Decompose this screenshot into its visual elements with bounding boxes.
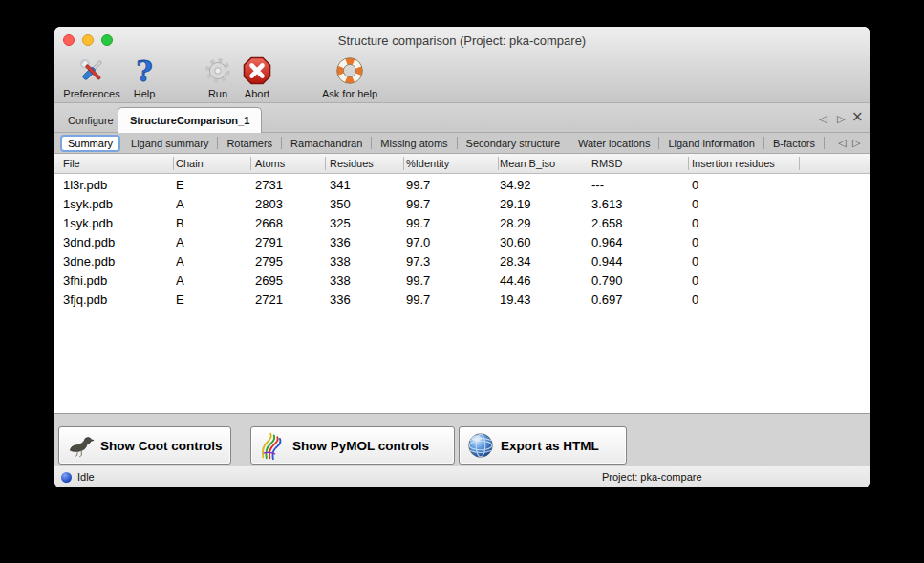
table-cell: 2731 — [255, 176, 283, 195]
table-cell: 44.46 — [500, 271, 531, 291]
table-cell: 1syk.pdb — [63, 214, 113, 233]
section-tab-scroll-left-icon[interactable]: ◁ — [838, 137, 846, 150]
table-cell: 0.944 — [591, 252, 623, 271]
table-cell: 28.34 — [500, 252, 531, 271]
tab-ligand-information[interactable]: Ligand information — [659, 136, 763, 151]
preferences-tools-icon — [62, 55, 121, 88]
table-cell: 1syk.pdb — [63, 195, 113, 214]
tab-secondary-structure[interactable]: Secondary structure — [458, 136, 569, 151]
toolbar-label: Help — [127, 88, 161, 99]
table-cell: 325 — [330, 214, 351, 233]
table-cell: 34.92 — [500, 176, 531, 195]
table-row[interactable]: 3dne.pdbA279533897.328.340.9440 — [54, 252, 870, 271]
tab-scroll-left-icon[interactable]: ◁ — [819, 113, 827, 126]
table-cell: 0.790 — [591, 271, 623, 291]
toolbar-run-button[interactable]: Run — [200, 55, 236, 99]
column-header-chain[interactable]: Chain — [176, 158, 204, 169]
pymol-ribbons-icon — [258, 431, 287, 460]
coot-bird-icon — [66, 431, 95, 460]
toolbar-preferences-button[interactable]: Preferences — [62, 55, 121, 99]
column-separator[interactable] — [403, 157, 404, 170]
section-tab-list: SummaryLigand summaryRotamersRamachandra… — [58, 133, 825, 153]
toolbar-abort-button[interactable]: Abort — [236, 55, 278, 99]
run-gear-icon — [200, 55, 236, 88]
table-cell: 0 — [692, 195, 698, 214]
table-cell: A — [176, 195, 184, 214]
table-cell: --- — [591, 176, 604, 195]
column-separator[interactable] — [250, 157, 251, 170]
tab-ligand-summary[interactable]: Ligand summary — [122, 136, 217, 151]
page-tab-bar: Configure StructureComparison_1 ◁ ▷ × — [54, 103, 870, 133]
toolbar-label: Preferences — [62, 88, 121, 99]
show-pymol-controls-button[interactable]: Show PyMOL controls — [250, 426, 455, 465]
tab-b-factors[interactable]: B-factors — [764, 136, 824, 151]
table-cell: 30.60 — [500, 233, 531, 252]
tab-separator — [824, 137, 825, 149]
table-body: 1l3r.pdbE273134199.734.92---01syk.pdbA28… — [54, 174, 870, 413]
table-cell: 0 — [692, 252, 698, 271]
table-cell: 99.7 — [406, 195, 430, 214]
table-cell: 3dnd.pdb — [63, 233, 115, 252]
tab-missing-atoms[interactable]: Missing atoms — [372, 136, 456, 151]
column-header-mean-b-iso[interactable]: Mean B_iso — [500, 158, 555, 169]
button-label: Show PyMOL controls — [292, 439, 429, 453]
table-row[interactable]: 1syk.pdbB266832599.728.292.6580 — [54, 214, 870, 233]
column-header-insertion-residues[interactable]: Insertion residues — [692, 158, 775, 169]
section-tab-bar: SummaryLigand summaryRotamersRamachandra… — [54, 133, 870, 154]
table-cell: 2.658 — [591, 214, 623, 233]
tab-scroll-right-icon[interactable]: ▷ — [837, 113, 845, 126]
table-header: FileChainAtomsResidues%IdentityMean B_is… — [54, 154, 870, 174]
tab-configure[interactable]: Configure — [56, 108, 125, 133]
tab-summary[interactable]: Summary — [60, 135, 120, 152]
tab-close-icon[interactable]: × — [851, 110, 864, 123]
column-header-file[interactable]: File — [63, 158, 80, 169]
table-cell: A — [176, 271, 184, 291]
table-cell: A — [176, 233, 184, 252]
globe-icon — [466, 431, 495, 460]
table-row[interactable]: 3fjq.pdbE272133699.719.430.6970 — [54, 291, 870, 310]
table-cell: 3dne.pdb — [63, 252, 115, 271]
column-separator[interactable] — [591, 157, 591, 170]
table-cell: 350 — [330, 195, 351, 214]
table-cell: 338 — [330, 271, 351, 291]
table-cell: 336 — [330, 291, 351, 310]
table-cell: 338 — [330, 252, 351, 271]
column-separator[interactable] — [799, 157, 800, 170]
column-separator[interactable] — [325, 157, 326, 170]
table-cell: 3fjq.pdb — [63, 291, 107, 310]
column-header-residues[interactable]: Residues — [330, 158, 374, 169]
toolbar-label: Abort — [236, 88, 278, 99]
tab-ramachandran[interactable]: Ramachandran — [282, 136, 371, 151]
table-cell: 2791 — [255, 233, 283, 252]
table-row[interactable]: 3fhi.pdbA269533899.744.460.7900 — [54, 271, 870, 291]
column-separator[interactable] — [688, 157, 689, 170]
toolbar-label: Run — [200, 88, 236, 99]
status-bar: Idle Project: pka-compare — [54, 466, 870, 487]
column-header-atoms[interactable]: Atoms — [255, 158, 285, 169]
tab-structure-comparison-1[interactable]: StructureComparison_1 — [118, 107, 262, 133]
tab-water-locations[interactable]: Water locations — [569, 136, 658, 151]
toolbar-help-button[interactable]: ? Help — [127, 55, 161, 99]
column-header-identity[interactable]: %Identity — [406, 158, 449, 169]
show-coot-controls-button[interactable]: Show Coot controls — [58, 426, 231, 465]
status-text: Idle — [77, 471, 95, 483]
table-cell: 29.19 — [500, 195, 531, 214]
table-cell: 2721 — [255, 291, 283, 310]
toolbar-ask-for-help-button[interactable]: Ask for help — [314, 55, 385, 99]
table-row[interactable]: 1syk.pdbA280335099.729.193.6130 — [54, 195, 870, 214]
table-cell: E — [176, 176, 184, 195]
column-header-rmsd[interactable]: RMSD — [591, 158, 622, 169]
section-tab-scroll-right-icon[interactable]: ▷ — [852, 137, 860, 150]
table-cell: B — [176, 214, 184, 233]
table-row[interactable]: 3dnd.pdbA279133697.030.600.9640 — [54, 233, 870, 252]
table-row[interactable]: 1l3r.pdbE273134199.734.92---0 — [54, 176, 870, 195]
status-dot-icon — [61, 472, 72, 483]
tab-rotamers[interactable]: Rotamers — [218, 136, 281, 151]
column-separator[interactable] — [498, 157, 499, 170]
table-cell: 28.29 — [500, 214, 531, 233]
export-as-html-button[interactable]: Export as HTML — [459, 426, 627, 465]
column-separator[interactable] — [173, 157, 174, 170]
table-cell: 0 — [692, 176, 698, 195]
table-cell: 0.697 — [591, 291, 623, 310]
button-label: Show Coot controls — [100, 439, 223, 453]
